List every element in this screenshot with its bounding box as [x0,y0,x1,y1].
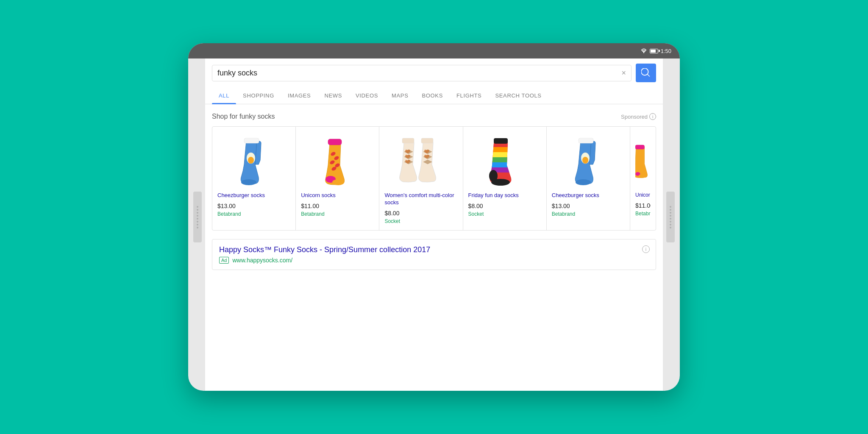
svg-point-2 [248,157,254,164]
svg-point-27 [576,179,591,185]
product-name-4: Friday fun day socks [468,192,541,199]
product-store-3: Socket [384,218,457,224]
status-bar: 1:50 [188,43,680,58]
svg-point-4 [241,179,256,185]
product-price-2: $11.00 [301,203,374,209]
product-card-6[interactable]: Unicor $11.00 Betabr [630,127,656,230]
tab-search-tools[interactable]: SEARCH TOOLS [488,87,548,104]
product-store-6: Betabr [635,211,651,217]
product-image-3 [384,133,457,188]
svg-rect-16 [489,147,513,152]
product-card-3[interactable]: Women's comfort multi-color socks $8.00 … [379,127,463,230]
tab-flights[interactable]: FLIGHTS [450,87,488,104]
product-image-5 [552,133,625,188]
ad-result: Happy Socks™ Funky Socks - Spring/Summer… [212,239,656,270]
search-input[interactable]: funky socks [217,69,618,78]
tab-videos[interactable]: VIDEOS [349,87,385,104]
svg-rect-5 [328,139,342,145]
ad-badge: Ad [219,257,229,264]
tab-shopping[interactable]: SHOPPING [236,87,281,104]
svg-rect-26 [579,138,593,143]
tab-maps[interactable]: MAPS [385,87,415,104]
ad-title[interactable]: Happy Socks™ Funky Socks - Spring/Summer… [219,245,649,254]
product-price-4: $8.00 [468,203,541,209]
sock-unicorn-2-img [635,135,651,186]
main-content: Shop for funky socks Sponsored i [205,104,663,391]
browser-content: funky socks × ALL SHOPPING IMAGES NEWS V… [205,58,663,391]
product-name-2: Unicorn socks [301,192,374,199]
ad-url-row: Ad www.happysocks.com/ [219,257,649,264]
product-name-5: Cheezburger socks [552,192,625,199]
search-bar-area: funky socks × [205,58,663,87]
info-icon[interactable]: i [649,113,656,120]
svg-rect-23 [494,138,508,144]
sponsored-label: Sponsored i [621,113,656,120]
svg-point-30 [638,174,645,178]
tablet-device: 1:50 funky socks × ALL SHOPPING IMAGES N… [188,43,680,391]
clear-icon[interactable]: × [621,69,626,78]
shop-section: Shop for funky socks Sponsored i [212,113,656,231]
speaker-left [193,192,202,242]
tab-books[interactable]: BOOKS [415,87,450,104]
search-icon [641,68,651,78]
svg-point-25 [582,157,588,164]
svg-point-22 [489,170,498,182]
sock-unicorn-img [320,135,354,186]
svg-rect-18 [489,157,513,162]
product-price-3: $8.00 [384,210,457,217]
products-grid: Cheezburger socks $13.00 Betabrand [212,126,656,231]
sock-friday-img [486,135,524,186]
product-name-6: Unicor [635,192,651,199]
ad-info-icon[interactable]: i [642,245,650,253]
product-store-1: Betabrand [217,211,290,217]
sock-comfort-img [396,135,447,186]
ad-url: www.happysocks.com/ [232,257,292,264]
svg-rect-19 [489,162,513,167]
status-icons: 1:50 [640,48,671,54]
shop-header: Shop for funky socks Sponsored i [212,113,656,120]
svg-point-0 [643,53,644,53]
tab-images[interactable]: IMAGES [281,87,317,104]
search-button[interactable] [636,64,656,82]
svg-rect-13 [402,138,414,143]
product-price-6: $11.00 [635,202,651,209]
wifi-icon [640,48,647,53]
product-store-2: Betabrand [301,211,374,217]
product-image-6 [635,133,651,188]
sock-cheezburger-2-img [569,135,607,186]
search-input-wrapper: funky socks × [212,65,632,81]
product-price-5: $13.00 [552,203,625,209]
svg-rect-28 [635,145,645,149]
speaker-right [666,192,675,242]
product-store-4: Socket [468,211,541,217]
tab-all[interactable]: ALL [212,87,236,104]
status-time: 1:50 [661,48,671,54]
product-card-2[interactable]: Unicorn socks $11.00 Betabrand [296,127,379,230]
product-price-1: $13.00 [217,203,290,209]
svg-rect-17 [489,152,513,157]
battery-icon [650,49,658,53]
product-image-2 [301,133,374,188]
product-image-4 [468,133,541,188]
svg-rect-14 [421,138,433,143]
product-name-3: Women's comfort multi-color socks [384,192,457,206]
product-image-1 [217,133,290,188]
svg-point-12 [332,179,344,185]
product-store-5: Betabrand [552,211,625,217]
nav-tabs: ALL SHOPPING IMAGES NEWS VIDEOS MAPS BOO… [205,87,663,104]
svg-rect-3 [244,138,259,143]
product-name-1: Cheezburger socks [217,192,290,199]
product-card-5[interactable]: Cheezburger socks $13.00 Betabrand [547,127,630,230]
tab-news[interactable]: NEWS [317,87,349,104]
sock-cheezburger-1-img [235,135,273,186]
product-card-1[interactable]: Cheezburger socks $13.00 Betabrand [212,127,296,230]
product-card-4[interactable]: Friday fun day socks $8.00 Socket [463,127,547,230]
shop-title: Shop for funky socks [212,113,275,120]
